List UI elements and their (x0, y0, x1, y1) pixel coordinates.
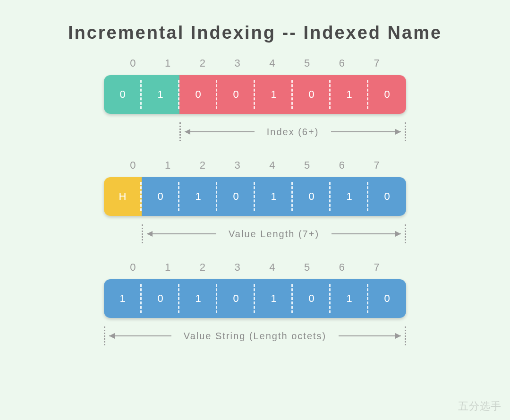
arrow-right-icon (339, 335, 401, 336)
bit-header: 6 (325, 57, 360, 69)
bit-header: 3 (220, 261, 255, 274)
byte-row: 0123456701001010Index (6+) (104, 57, 406, 151)
bit-header: 6 (325, 159, 360, 171)
bit-cell: 0 (217, 75, 255, 114)
byte-bar: H0101010 (104, 177, 406, 216)
bit-header: 2 (186, 261, 221, 274)
bit-cell: 0 (368, 177, 406, 216)
bit-header: 5 (290, 159, 325, 171)
bit-header: 3 (220, 57, 255, 69)
byte-bar: 10101010 (104, 279, 406, 318)
bit-cell: 1 (255, 279, 293, 318)
bit-cell: 1 (104, 279, 142, 318)
bit-cell: H (104, 177, 142, 216)
bit-header: 5 (290, 261, 325, 274)
bit-cell: 0 (368, 75, 406, 114)
bit-header: 0 (116, 57, 151, 69)
bit-header: 6 (325, 261, 360, 274)
bit-header-row: 01234567 (104, 159, 406, 171)
bit-header: 2 (186, 57, 221, 69)
arrow-right-icon (331, 131, 401, 132)
bit-cell: 0 (293, 279, 331, 318)
bit-cell: 1 (331, 177, 368, 216)
bit-header: 1 (151, 261, 186, 274)
range-annotation: Value String (Length octets) (104, 326, 406, 355)
bit-cell: 0 (142, 279, 179, 318)
bit-cell: 1 (255, 75, 293, 114)
byte-row: 01234567H0101010Value Length (7+) (104, 159, 406, 253)
bit-header: 0 (116, 159, 151, 171)
range-label: Value String (Length octets) (175, 331, 335, 342)
arrow-left-icon (109, 335, 171, 336)
bit-header-row: 01234567 (104, 57, 406, 69)
bit-header: 1 (151, 159, 186, 171)
bit-cell: 0 (293, 75, 331, 114)
bit-header: 0 (116, 261, 151, 274)
bit-cell: 0 (293, 177, 331, 216)
bit-cell: 1 (179, 279, 217, 318)
range-label: Value Length (7+) (220, 229, 328, 240)
bit-header-row: 01234567 (104, 261, 406, 274)
range-edge-right (405, 326, 406, 345)
bit-cell: 0 (368, 279, 406, 318)
arrow-left-icon (147, 233, 216, 234)
arrow-left-icon (185, 131, 255, 132)
bit-header: 7 (359, 159, 394, 171)
bit-header: 3 (220, 159, 255, 171)
bit-cell: 0 (104, 75, 142, 114)
bit-header: 2 (186, 159, 221, 171)
bit-cell: 1 (331, 75, 368, 114)
bit-cell: 0 (179, 75, 217, 114)
rows-container: 0123456701001010Index (6+)01234567H01010… (0, 57, 510, 355)
bit-cell: 0 (142, 177, 179, 216)
bit-cell: 0 (217, 177, 255, 216)
diagram-title: Incremental Indexing -- Indexed Name (0, 0, 510, 57)
bit-header: 4 (255, 159, 290, 171)
range-edge-left (179, 122, 181, 141)
bit-header: 4 (255, 57, 290, 69)
range-edge-left (142, 224, 143, 243)
bit-header: 1 (151, 57, 186, 69)
range-annotation: Index (6+) (104, 122, 406, 151)
bit-header: 7 (359, 57, 394, 69)
bit-header: 7 (359, 261, 394, 274)
arrow-right-icon (332, 233, 401, 234)
range-edge-right (405, 122, 406, 141)
range-edge-left (104, 326, 105, 345)
bit-header: 5 (290, 57, 325, 69)
bit-cell: 1 (142, 75, 179, 114)
range-edge-right (405, 224, 406, 243)
bit-header: 4 (255, 261, 290, 274)
bit-cell: 1 (331, 279, 368, 318)
range-label: Index (6+) (258, 127, 328, 137)
bit-cell: 1 (179, 177, 217, 216)
bit-cell: 0 (217, 279, 255, 318)
range-annotation: Value Length (7+) (104, 224, 406, 253)
byte-bar: 01001010 (104, 75, 406, 114)
byte-row: 0123456710101010Value String (Length oct… (104, 261, 406, 355)
watermark: 五分选手 (458, 399, 502, 413)
bit-cell: 1 (255, 177, 293, 216)
